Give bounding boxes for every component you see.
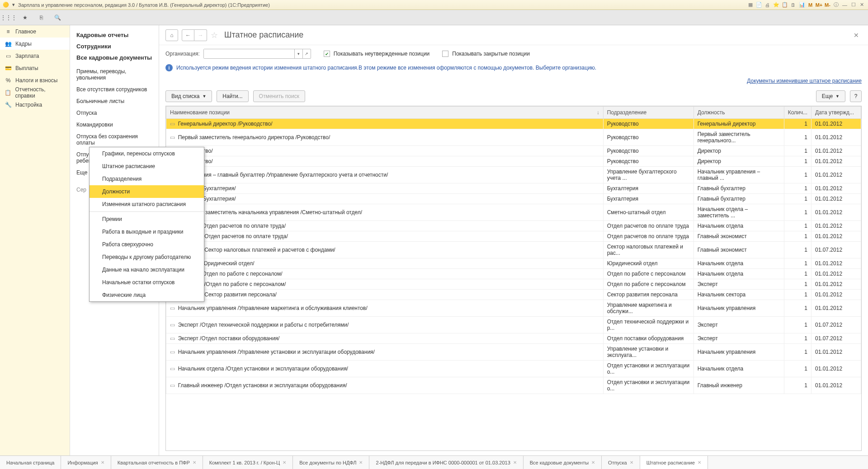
back-button[interactable]: ← xyxy=(182,29,194,41)
view-mode-button[interactable]: Вид списка▼ xyxy=(165,90,212,102)
sub-item-5[interactable]: Отпуска без сохранения оплаты xyxy=(70,131,159,149)
popup-item-7[interactable]: Работа сверхурочно xyxy=(90,238,204,251)
nav-item-1[interactable]: 👥Кадры xyxy=(0,38,70,50)
minimize-icon[interactable]: — xyxy=(841,1,848,8)
table-row[interactable]: ▭ /Руководство/РуководствоДиректор101.01… xyxy=(166,156,861,167)
sub-item-4[interactable]: Командировки xyxy=(70,119,159,131)
maximize-icon[interactable]: ☐ xyxy=(850,1,857,8)
tab-close-icon[interactable]: ✕ xyxy=(283,460,286,465)
tb-icon-3[interactable]: 🖨 xyxy=(764,1,771,8)
bottom-tab-8[interactable]: Штатное расписание✕ xyxy=(640,456,708,469)
table-row[interactable]: ▭ ухгалтер /Бухгалтерия/БухгалтерияГлавн… xyxy=(166,183,861,194)
memory-mplus[interactable]: M+ xyxy=(816,1,822,8)
table-row[interactable]: ▭ Главный инженер /Отдел установки и экс… xyxy=(166,377,861,394)
popup-item-5[interactable]: Премии xyxy=(90,213,204,225)
col-header-0[interactable]: Наименование позиции ↓ xyxy=(166,107,604,119)
table-row[interactable]: ▭ Первый заместитель генерального директ… xyxy=(166,129,861,146)
tab-close-icon[interactable]: ✕ xyxy=(101,460,104,465)
popup-item-4[interactable]: Изменения штатного расписания xyxy=(90,198,204,211)
bottom-tab-1[interactable]: Информация✕ xyxy=(61,456,111,469)
star-icon[interactable]: ★ xyxy=(21,14,29,22)
nav-item-6[interactable]: 🔧Настройка xyxy=(0,98,70,111)
help-icon[interactable]: ⓘ xyxy=(833,1,840,8)
bottom-tab-6[interactable]: Все кадровые документы✕ xyxy=(524,456,602,469)
popup-item-2[interactable]: Подразделения xyxy=(90,173,204,185)
popup-item-9[interactable]: Данные на начало эксплуатации xyxy=(90,263,204,276)
col-header-4[interactable]: Дата утвержд... xyxy=(811,107,861,119)
tab-close-icon[interactable]: ✕ xyxy=(591,460,595,465)
table-row[interactable]: ▭ /Руководство/РуководствоДиректор101.01… xyxy=(166,146,861,156)
nav-item-3[interactable]: 💳Выплаты xyxy=(0,62,70,74)
org-input[interactable] xyxy=(204,49,294,58)
sub-header[interactable]: Сотрудники xyxy=(70,43,159,54)
table-row[interactable]: ▭ кономист /Отдел расчетов по оплате тру… xyxy=(166,231,861,242)
chk-unapproved[interactable]: ✔ xyxy=(324,51,330,57)
tb-icon-2[interactable]: 📄 xyxy=(755,1,762,8)
tb-icon-4[interactable]: ⭐ xyxy=(773,1,779,8)
tb-icon-1[interactable]: ▦ xyxy=(747,1,754,8)
bottom-tab-3[interactable]: Комплект 1 кв. 2013 г. / Крон-Ц✕ xyxy=(203,456,293,469)
tb-icon-7[interactable]: 📊 xyxy=(798,1,805,8)
popup-item-10[interactable]: Начальные остатки отпусков xyxy=(90,276,204,289)
table-row[interactable]: ▭ к управления – главный бухгалтер /Упра… xyxy=(166,167,861,183)
col-header-2[interactable]: Должность xyxy=(693,107,784,119)
tb-icon-5[interactable]: 📋 xyxy=(781,1,788,8)
sub-item-0[interactable]: Приемы, переводы, увольнения xyxy=(70,66,159,84)
sub-header[interactable]: Кадровые отчеты xyxy=(70,32,159,43)
nav-item-4[interactable]: %Налоги и взносы xyxy=(0,74,70,86)
table-row[interactable]: ▭ Эксперт /Отдел поставки оборудования/О… xyxy=(166,333,861,344)
col-header-3[interactable]: Колич... xyxy=(784,107,811,119)
chk-closed[interactable] xyxy=(442,51,448,57)
memory-mminus[interactable]: M- xyxy=(824,1,831,8)
sub-item-2[interactable]: Больничные листы xyxy=(70,95,159,107)
table-row[interactable]: ▭ Генеральный директор /Руководство/Руко… xyxy=(166,119,861,129)
org-dropdown-icon[interactable]: ▾ xyxy=(294,49,302,58)
apps-icon[interactable]: ⋮⋮⋮ xyxy=(5,14,13,22)
dropdown-icon[interactable]: ▾ xyxy=(10,2,17,8)
org-combo[interactable]: ▾ ↗ xyxy=(203,49,311,59)
bottom-tab-4[interactable]: Все документы по НДФЛ✕ xyxy=(293,456,369,469)
table-row[interactable]: ▭ к сектора /Сектор развития персонала/С… xyxy=(166,290,861,300)
table-row[interactable]: ▭ Начальник управления /Управление марке… xyxy=(166,300,861,317)
nav-item-2[interactable]: ▭Зарплата xyxy=(0,50,70,62)
bottom-tab-7[interactable]: Отпуска✕ xyxy=(602,456,640,469)
table-wrap[interactable]: Наименование позиции ↓ПодразделениеДолжн… xyxy=(165,106,862,451)
bottom-tab-5[interactable]: 2-НДФЛ для передачи в ИФНС 0000-000001 о… xyxy=(369,456,523,469)
sub-header[interactable]: Все кадровые документы xyxy=(70,54,159,66)
favorite-icon[interactable]: ☆ xyxy=(211,30,218,40)
bottom-tab-2[interactable]: Квартальная отчетность в ПФР✕ xyxy=(111,456,203,469)
sub-item-1[interactable]: Все отсутствия сотрудников xyxy=(70,84,159,95)
table-row[interactable]: ▭ к отдела – заместитель начальника упра… xyxy=(166,204,861,221)
search-icon[interactable]: 🔍 xyxy=(53,14,61,22)
table-row[interactable]: ▭ Начальник отдела /Отдел установки и эк… xyxy=(166,361,861,377)
history-icon[interactable]: ⎘ xyxy=(37,14,45,22)
tab-close-icon[interactable]: ✕ xyxy=(698,460,701,465)
tab-close-icon[interactable]: ✕ xyxy=(359,460,363,465)
tb-icon-6[interactable]: 🗓 xyxy=(790,1,797,8)
help-button[interactable]: ? xyxy=(850,90,862,102)
close-page-button[interactable]: ✕ xyxy=(851,32,862,39)
tab-close-icon[interactable]: ✕ xyxy=(630,460,633,465)
bottom-tab-0[interactable]: Начальная страница xyxy=(0,456,61,469)
more-button[interactable]: Еще▼ xyxy=(816,90,845,102)
close-window-icon[interactable]: ✕ xyxy=(859,1,865,8)
table-row[interactable]: ▭ Начальник управления /Управление устан… xyxy=(166,344,861,361)
sub-item-3[interactable]: Отпуска xyxy=(70,107,159,119)
home-button[interactable]: ⌂ xyxy=(165,29,178,41)
table-row[interactable]: ▭ категории /Отдел по работе с персонало… xyxy=(166,279,861,290)
forward-button[interactable]: → xyxy=(194,29,207,41)
table-row[interactable]: ▭ кономист /Сектор налоговых платежей и … xyxy=(166,242,861,258)
find-button[interactable]: Найти... xyxy=(217,90,248,102)
nav-item-5[interactable]: 📋Отчетность, справки xyxy=(0,86,70,98)
cancel-search-button[interactable]: Отменить поиск xyxy=(253,90,305,102)
popup-item-11[interactable]: Физические лица xyxy=(90,289,204,301)
col-header-1[interactable]: Подразделение xyxy=(603,107,693,119)
popup-item-6[interactable]: Работа в выходные и праздники xyxy=(90,225,204,238)
popup-item-1[interactable]: Штатное расписание xyxy=(90,160,204,173)
table-row[interactable]: ▭ к отдела /Отдел по работе с персоналом… xyxy=(166,269,861,279)
table-row[interactable]: ▭ к отдела /Отдел расчетов по оплате тру… xyxy=(166,221,861,231)
memory-m[interactable]: M xyxy=(807,1,814,8)
table-row[interactable]: ▭ Эксперт /Отдел технической поддержки и… xyxy=(166,317,861,333)
docs-link[interactable]: Документы изменившие штатное расписание xyxy=(747,78,862,84)
popup-item-3[interactable]: Должности xyxy=(90,185,204,198)
